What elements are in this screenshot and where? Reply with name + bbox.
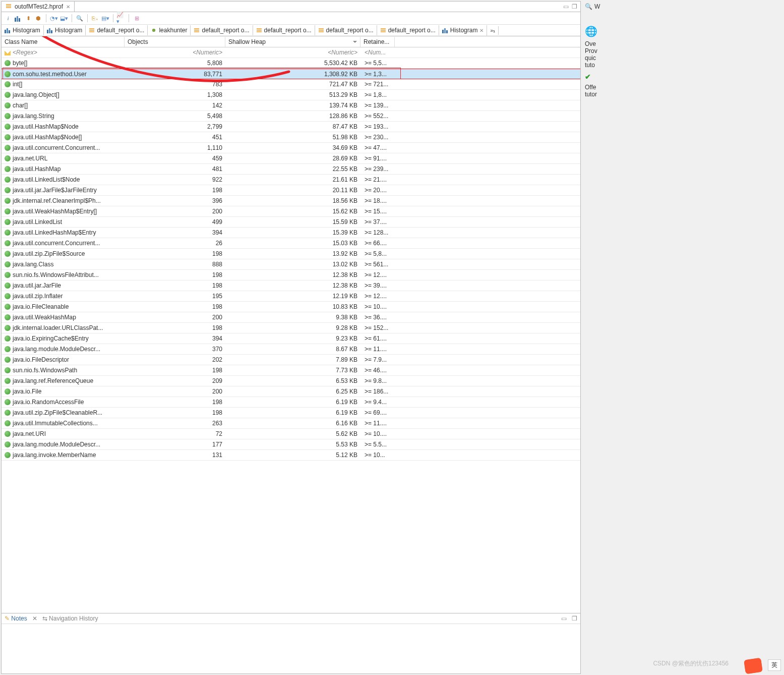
notes-body[interactable]: [2, 624, 580, 673]
table-row[interactable]: java.io.FileDescriptor2027.89 KB>= 7.9..…: [2, 355, 580, 365]
table-body[interactable]: <Regex> <Numeric> <Numeric> <Num... byte…: [2, 47, 580, 613]
retained-value: >= 139...: [360, 101, 395, 110]
tab-histogram[interactable]: Histogram: [2, 25, 44, 35]
table-row[interactable]: java.util.HashMap$Node[]45151.98 KB>= 23…: [2, 132, 580, 143]
grid-icon[interactable]: ⊞: [132, 14, 141, 23]
table-row[interactable]: java.util.WeakHashMap2009.38 KB>= 36....: [2, 312, 580, 323]
table-row[interactable]: java.io.File2006.25 KB>= 186...: [2, 386, 580, 397]
class-name: java.util.HashMap$Node[]: [13, 134, 82, 141]
table-row[interactable]: jdk.internal.loader.URLClassPat...1989.2…: [2, 323, 580, 333]
tab-default-report-o-[interactable]: default_report o...: [191, 25, 253, 35]
tab-label: default_report o...: [97, 27, 144, 34]
retained-value: >= 152...: [360, 323, 395, 332]
retained-value: >= 47....: [360, 143, 395, 152]
table-row[interactable]: java.util.HashMap$Node2,79987.47 KB>= 19…: [2, 122, 580, 132]
table-row[interactable]: java.lang.ref.ReferenceQueue2096.53 KB>=…: [2, 376, 580, 386]
table-row[interactable]: java.util.jar.JarFile$JarFileEntry19820.…: [2, 185, 580, 196]
tab-histogram[interactable]: Histogram ✕: [439, 25, 488, 36]
tab-default-report-o-[interactable]: default_report o...: [377, 25, 439, 35]
shallow-value: 1,308.92 KB: [225, 70, 360, 79]
col-shallow[interactable]: Shallow Heap: [225, 37, 360, 47]
table-row[interactable]: java.util.zip.ZipFile$CleanableR...1986.…: [2, 408, 580, 418]
class-name: java.util.LinkedList: [13, 218, 62, 226]
file-tab[interactable]: outofMTest2.hprof ✕: [2, 2, 75, 12]
class-icon: [5, 431, 11, 437]
nav-history-tab[interactable]: ⇆ Navigation History: [42, 615, 98, 622]
stack-icon[interactable]: ⬓▾: [59, 14, 69, 23]
retained-value: >= 10....: [360, 302, 395, 311]
table-row[interactable]: java.io.RandomAccessFile1986.19 KB>= 9.4…: [2, 397, 580, 408]
search-icon[interactable]: 🔍: [75, 14, 84, 23]
table-row[interactable]: java.net.URI725.62 KB>= 10....: [2, 429, 580, 439]
retained-value: >= 12....: [360, 292, 395, 301]
table-row[interactable]: java.util.concurrent.Concurrent...2615.0…: [2, 238, 580, 249]
objects-value: 198: [125, 302, 225, 311]
table-row[interactable]: java.lang.module.ModuleDescr...1775.53 K…: [2, 439, 580, 450]
objects-value: 263: [125, 419, 225, 428]
table-row[interactable]: java.util.LinkedList$Node92221.61 KB>= 2…: [2, 175, 580, 185]
side-label: tutor: [585, 91, 781, 98]
objects-value: 195: [125, 292, 225, 301]
table-row[interactable]: java.util.LinkedList49915.59 KB>= 37....: [2, 217, 580, 228]
copy-icon[interactable]: ⎘▾: [91, 14, 100, 23]
class-name: java.util.WeakHashMap: [13, 314, 76, 321]
maximize-icon[interactable]: ❐: [572, 615, 577, 622]
regex-filter-row[interactable]: <Regex> <Numeric> <Numeric> <Num...: [2, 47, 580, 58]
close-icon[interactable]: ✕: [66, 4, 70, 10]
table-row[interactable]: java.lang.module.ModuleDescr...3708.67 K…: [2, 344, 580, 355]
table-row[interactable]: java.util.HashMap48122.55 KB>= 239...: [2, 164, 580, 175]
tabs-overflow[interactable]: »₁: [487, 26, 499, 35]
globe-icon[interactable]: 🌐: [585, 25, 597, 37]
table-row[interactable]: java.util.WeakHashMap$Entry[]20015.62 KB…: [2, 206, 580, 217]
table-row[interactable]: java.util.jar.JarFile19812.38 KB>= 39...…: [2, 280, 580, 291]
retained-value: >= 18....: [360, 196, 395, 205]
histogram-icon[interactable]: [14, 14, 23, 23]
tab-histogram[interactable]: Histogram: [44, 25, 86, 35]
tab-default-report-o-[interactable]: default_report o...: [315, 25, 377, 35]
table-row[interactable]: java.io.ExpiringCache$Entry3949.23 KB>= …: [2, 333, 580, 344]
table-row[interactable]: com.sohu.test.method.User83,7711,308.92 …: [2, 69, 580, 79]
tree-icon[interactable]: ⬍: [24, 14, 33, 23]
objects-value: 198: [125, 270, 225, 279]
table-row[interactable]: java.util.zip.ZipFile$Source19813.92 KB>…: [2, 249, 580, 259]
table-row[interactable]: java.io.FileCleanable19810.83 KB>= 10...…: [2, 302, 580, 312]
pie-icon[interactable]: ◔▾: [49, 14, 58, 23]
tab-leakhunter[interactable]: leakhunter: [148, 25, 191, 35]
chart-icon[interactable]: 📈▾: [116, 14, 126, 23]
table-row[interactable]: java.lang.String5,498128.86 KB>= 552...: [2, 111, 580, 122]
shallow-value: 51.98 KB: [225, 133, 360, 142]
col-retained[interactable]: Retaine...: [360, 37, 395, 47]
table-row[interactable]: jdk.internal.ref.CleanerImpl$Ph...39618.…: [2, 196, 580, 206]
objects-value: 198: [125, 398, 225, 407]
ime-indicator[interactable]: 英: [768, 659, 781, 671]
search-icon[interactable]: 🔍: [585, 3, 592, 10]
table-row[interactable]: java.net.URL45928.69 KB>= 91....: [2, 153, 580, 164]
table-row[interactable]: java.util.concurrent.Concurrent...1,1103…: [2, 143, 580, 153]
minimize-icon[interactable]: ▭: [561, 615, 567, 622]
dominator-icon[interactable]: ⬢: [34, 14, 43, 23]
table-row[interactable]: java.util.LinkedHashMap$Entry39415.39 KB…: [2, 228, 580, 238]
page-icon[interactable]: ▤▾: [101, 14, 110, 23]
notes-close-icon[interactable]: ✕: [32, 615, 37, 622]
tab-default-report-o-[interactable]: default_report o...: [253, 25, 315, 35]
table-row[interactable]: java.lang.invoke.MemberName1315.12 KB>= …: [2, 450, 580, 461]
table-row[interactable]: java.util.zip.Inflater19512.19 KB>= 12..…: [2, 291, 580, 302]
class-icon: [5, 357, 11, 363]
col-classname[interactable]: Class Name: [2, 37, 125, 47]
tab-default-report-o-[interactable]: default_report o...: [86, 25, 148, 35]
close-icon[interactable]: ✕: [479, 28, 484, 33]
col-objects[interactable]: Objects: [125, 37, 225, 47]
info-icon[interactable]: i: [4, 14, 13, 23]
minimize-icon[interactable]: ▭: [563, 3, 569, 10]
maximize-icon[interactable]: ❐: [572, 3, 577, 10]
notes-tab[interactable]: ✎ Notes: [5, 615, 27, 622]
regex-name: <Regex>: [13, 49, 37, 56]
table-row[interactable]: sun.nio.fs.WindowsPath1987.73 KB>= 46...…: [2, 365, 580, 376]
table-row[interactable]: java.lang.Object[]1,308513.29 KB>= 1,8..…: [2, 90, 580, 100]
table-row[interactable]: int[]783721.47 KB>= 721...: [2, 79, 580, 90]
table-row[interactable]: byte[]5,8085,530.42 KB>= 5,5...: [2, 58, 580, 69]
table-row[interactable]: sun.nio.fs.WindowsFileAttribut...19812.3…: [2, 270, 580, 280]
table-row[interactable]: char[]142139.74 KB>= 139...: [2, 100, 580, 111]
table-row[interactable]: java.util.ImmutableCollections...2636.16…: [2, 418, 580, 429]
table-row[interactable]: java.lang.Class88813.02 KB>= 561...: [2, 259, 580, 270]
